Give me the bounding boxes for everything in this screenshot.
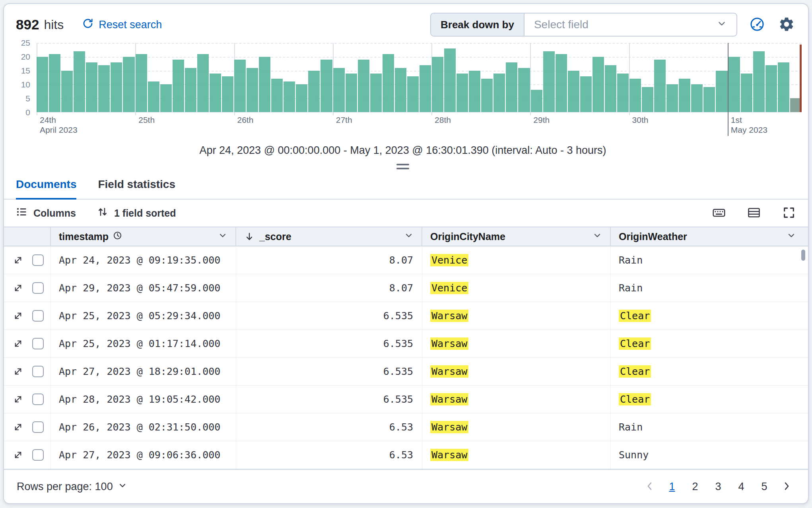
histogram-bar[interactable] <box>197 54 209 112</box>
page-button-4[interactable]: 4 <box>732 477 751 496</box>
histogram-bar[interactable] <box>210 74 221 112</box>
histogram-bar[interactable] <box>617 74 629 112</box>
histogram-bar[interactable] <box>222 76 233 112</box>
histogram-bar[interactable] <box>86 62 97 112</box>
histogram-bar[interactable] <box>383 54 394 112</box>
expand-row-icon[interactable] <box>13 394 23 405</box>
histogram-bar[interactable] <box>407 76 419 112</box>
histogram-bar[interactable] <box>753 51 765 112</box>
histogram-bar[interactable] <box>98 65 110 112</box>
expand-row-icon[interactable] <box>13 422 23 432</box>
histogram-bar[interactable] <box>308 71 320 112</box>
header-origin-city-name[interactable]: OriginCityName <box>422 227 611 246</box>
histogram-bar[interactable] <box>469 71 480 112</box>
expand-row-icon[interactable] <box>13 366 23 377</box>
table-scrollbar-thumb[interactable] <box>801 250 805 261</box>
histogram-bar[interactable] <box>642 87 653 112</box>
header-timestamp[interactable]: timestamp <box>51 227 236 246</box>
header-origin-weather[interactable]: OriginWeather <box>611 227 808 246</box>
histogram-bar[interactable] <box>420 65 431 112</box>
row-checkbox[interactable] <box>32 449 44 461</box>
row-checkbox[interactable] <box>32 366 44 377</box>
histogram-bar[interactable] <box>716 71 727 112</box>
histogram-bar[interactable] <box>247 68 258 112</box>
page-button-5[interactable]: 5 <box>755 477 774 496</box>
expand-row-icon[interactable] <box>13 450 23 460</box>
histogram-bar[interactable] <box>234 60 246 112</box>
tab-field-statistics[interactable]: Field statistics <box>98 178 175 199</box>
expand-row-icon[interactable] <box>13 283 23 293</box>
row-checkbox[interactable] <box>32 254 44 266</box>
sort-fields-button[interactable]: 1 field sorted <box>97 206 176 220</box>
histogram-bar[interactable] <box>333 68 345 112</box>
histogram-bar[interactable] <box>346 74 357 112</box>
histogram-bar[interactable] <box>37 57 48 112</box>
chart-resize-handle[interactable] <box>396 164 409 169</box>
page-button-1[interactable]: 1 <box>662 477 682 496</box>
histogram-bar[interactable] <box>358 60 369 112</box>
reset-search-button[interactable]: Reset search <box>82 17 162 32</box>
histogram-bar[interactable] <box>271 79 283 112</box>
histogram-bar[interactable] <box>74 51 85 112</box>
histogram-bar[interactable] <box>457 74 468 112</box>
histogram-bar[interactable] <box>765 65 777 112</box>
histogram-bar[interactable] <box>654 60 666 112</box>
histogram-bar[interactable] <box>321 60 332 112</box>
histogram-bar[interactable] <box>531 90 542 112</box>
columns-button[interactable]: Columns <box>16 206 76 220</box>
histogram-bar[interactable] <box>160 84 172 112</box>
chevron-down-icon[interactable] <box>787 231 796 242</box>
histogram-bar[interactable] <box>518 68 530 112</box>
previous-page-button[interactable] <box>641 478 659 495</box>
histogram-bar[interactable] <box>432 57 443 112</box>
histogram-bar[interactable] <box>568 71 579 112</box>
row-checkbox[interactable] <box>32 394 44 405</box>
histogram-bar[interactable] <box>185 68 196 112</box>
page-button-2[interactable]: 2 <box>686 477 705 496</box>
histogram-bar[interactable] <box>296 84 307 112</box>
keyboard-shortcuts-button[interactable] <box>711 205 727 221</box>
histogram-bar[interactable] <box>629 79 641 112</box>
histogram-bar[interactable] <box>666 84 678 112</box>
histogram-bar[interactable] <box>493 74 505 112</box>
histogram-plot[interactable] <box>37 43 802 112</box>
histogram-bar[interactable] <box>259 57 270 112</box>
histogram-bar[interactable] <box>173 60 184 112</box>
expand-row-icon[interactable] <box>13 255 23 266</box>
row-checkbox[interactable] <box>32 421 44 433</box>
fullscreen-button[interactable] <box>781 205 797 221</box>
header-score[interactable]: _score <box>236 227 422 246</box>
display-options-button[interactable] <box>746 205 762 221</box>
histogram-bar[interactable] <box>580 76 592 112</box>
expand-row-icon[interactable] <box>13 310 23 321</box>
row-checkbox[interactable] <box>32 310 44 322</box>
histogram-bar[interactable] <box>123 57 134 112</box>
chart-options-button[interactable] <box>777 15 796 34</box>
page-button-3[interactable]: 3 <box>709 477 728 496</box>
histogram-bar[interactable] <box>728 57 740 112</box>
edit-visualization-button[interactable] <box>748 15 767 34</box>
histogram-bar[interactable] <box>136 54 147 112</box>
tab-documents[interactable]: Documents <box>16 178 76 199</box>
histogram-bar[interactable] <box>506 62 517 112</box>
histogram-bar[interactable] <box>111 62 122 112</box>
histogram-bar[interactable] <box>556 54 567 112</box>
histogram-bar[interactable] <box>703 87 715 112</box>
histogram-bar[interactable] <box>481 79 493 112</box>
histogram-bar[interactable] <box>284 81 295 112</box>
histogram-bar[interactable] <box>49 54 60 112</box>
histogram-bar[interactable] <box>148 81 159 112</box>
histogram-bar[interactable] <box>444 48 456 112</box>
histogram-bar[interactable] <box>543 51 555 112</box>
histogram-bar[interactable] <box>605 65 616 112</box>
histogram-bar[interactable] <box>395 68 406 112</box>
histogram-bar[interactable] <box>370 74 382 112</box>
row-checkbox[interactable] <box>32 338 44 349</box>
histogram-bar[interactable] <box>778 62 789 112</box>
next-page-button[interactable] <box>778 478 795 495</box>
chevron-down-icon[interactable] <box>404 231 414 242</box>
histogram-bar[interactable] <box>592 57 604 112</box>
rows-per-page-button[interactable]: Rows per page: 100 <box>17 481 127 493</box>
histogram-bar[interactable] <box>61 71 73 112</box>
chevron-down-icon[interactable] <box>592 231 602 242</box>
